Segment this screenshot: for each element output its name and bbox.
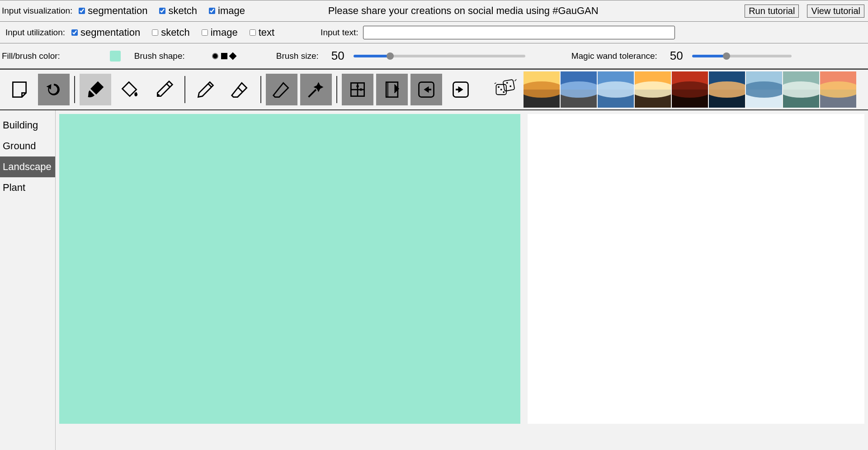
- magic-wand-tolerance-value: 50: [670, 49, 683, 63]
- magic-wand-tolerance-slider[interactable]: [692, 55, 792, 57]
- input-text-field[interactable]: [363, 26, 675, 39]
- brush-settings-row: Fill/brush color: Brush shape: Brush siz…: [0, 43, 868, 69]
- fill-tool[interactable]: [114, 74, 146, 105]
- svg-point-1: [356, 85, 359, 88]
- vis-sketch-option[interactable]: sketch: [157, 5, 197, 17]
- eraser-icon: [230, 80, 250, 99]
- util-segmentation-label: segmentation: [80, 27, 140, 38]
- undo-tool[interactable]: [38, 74, 70, 105]
- brush-tool[interactable]: [80, 74, 111, 105]
- style-thumb-6[interactable]: [709, 71, 745, 108]
- util-sketch-option[interactable]: sketch: [150, 27, 190, 38]
- smart-eraser-tool[interactable]: [266, 74, 297, 105]
- style-thumb-8[interactable]: [783, 71, 819, 108]
- style-thumb-1[interactable]: [524, 71, 560, 108]
- canvas-wrap: [56, 110, 524, 450]
- brush-shape-options: [212, 53, 236, 59]
- svg-point-2: [360, 88, 363, 91]
- eraser-tool[interactable]: [224, 74, 256, 105]
- arrow-right-box-icon: [451, 80, 471, 99]
- input-text-label: Input text:: [321, 28, 358, 38]
- vis-segmentation-checkbox[interactable]: [79, 8, 85, 14]
- vis-sketch-checkbox[interactable]: [159, 8, 165, 14]
- svg-point-17: [561, 81, 597, 98]
- style-thumb-2[interactable]: [561, 71, 597, 108]
- vis-image-label: image: [218, 5, 245, 17]
- dice-icon: [493, 77, 518, 102]
- magic-wand-tool[interactable]: [300, 74, 332, 105]
- svg-point-11: [509, 85, 511, 87]
- vis-image-option[interactable]: image: [207, 5, 245, 17]
- notebook-tool[interactable]: [376, 74, 408, 105]
- brush-size-label: Brush size:: [276, 51, 319, 61]
- util-image-checkbox[interactable]: [202, 29, 208, 36]
- bucket-icon: [120, 80, 140, 99]
- svg-rect-6: [503, 80, 514, 91]
- header-row-2: Input utilization: segmentation sketch i…: [0, 22, 868, 43]
- brush-shape-square[interactable]: [221, 53, 227, 59]
- drawing-canvas[interactable]: [59, 114, 520, 424]
- util-text-option[interactable]: text: [248, 27, 274, 38]
- svg-point-32: [746, 81, 782, 98]
- style-thumb-3[interactable]: [598, 71, 634, 108]
- util-text-checkbox[interactable]: [250, 29, 256, 36]
- vis-sketch-label: sketch: [168, 5, 197, 17]
- util-segmentation-checkbox[interactable]: [71, 29, 78, 36]
- util-text-label: text: [259, 27, 274, 38]
- arrow-left-box-icon: [416, 80, 436, 99]
- import-tool[interactable]: [410, 74, 442, 105]
- util-segmentation-option[interactable]: segmentation: [70, 27, 140, 38]
- util-image-option[interactable]: image: [200, 27, 238, 38]
- fill-color-swatch[interactable]: [110, 51, 121, 62]
- svg-point-20: [598, 81, 634, 98]
- svg-point-38: [820, 81, 856, 98]
- style-thumb-7[interactable]: [746, 71, 782, 108]
- note-tool[interactable]: [4, 74, 35, 105]
- sidebar-item-landscape[interactable]: Landscape: [0, 156, 55, 177]
- style-thumb-5[interactable]: [672, 71, 708, 108]
- tutorial-buttons: Run tutorial View tutorial: [745, 5, 866, 18]
- input-visualization-label: Input visualization:: [2, 6, 72, 16]
- toolbar-divider: [336, 76, 337, 103]
- vis-segmentation-option[interactable]: segmentation: [77, 5, 147, 17]
- pencil-tool[interactable]: [190, 74, 222, 105]
- brush-shape-label: Brush shape:: [134, 51, 185, 61]
- notebook-icon: [382, 80, 402, 99]
- input-utilization-label: Input utilization:: [5, 28, 65, 38]
- brush-shape-circle[interactable]: [212, 53, 218, 59]
- eyedropper-tool[interactable]: [148, 74, 180, 105]
- brush-icon: [85, 80, 105, 99]
- svg-point-35: [783, 81, 819, 98]
- eraser-alt-icon: [272, 80, 292, 99]
- brush-shape-diamond[interactable]: [229, 52, 236, 60]
- style-thumb-4[interactable]: [635, 71, 671, 108]
- toolbar-divider: [74, 76, 75, 103]
- util-image-label: image: [211, 27, 238, 38]
- sidebar-item-ground[interactable]: Ground: [0, 136, 55, 156]
- brush-size-value: 50: [331, 49, 344, 63]
- fill-color-label: Fill/brush color:: [2, 51, 60, 61]
- output-canvas: [528, 114, 864, 424]
- toolbar-divider: [260, 76, 261, 103]
- sidebar-item-building[interactable]: Building: [0, 115, 55, 136]
- magic-wand-tolerance-label: Magic wand tolerance:: [571, 51, 657, 61]
- style-thumb-9[interactable]: [820, 71, 856, 108]
- svg-point-10: [506, 82, 508, 84]
- export-tool[interactable]: [445, 74, 476, 105]
- svg-point-0: [157, 94, 160, 97]
- puzzle-tool[interactable]: [342, 74, 373, 105]
- util-sketch-checkbox[interactable]: [152, 29, 158, 36]
- share-message: Please share your creations on social me…: [328, 5, 599, 17]
- run-tutorial-button[interactable]: Run tutorial: [745, 5, 799, 18]
- view-tutorial-button[interactable]: View tutorial: [807, 5, 864, 18]
- toolbar: [0, 69, 868, 110]
- eyedropper-icon: [154, 80, 174, 99]
- vis-image-checkbox[interactable]: [209, 8, 215, 14]
- puzzle-icon: [348, 80, 368, 99]
- brush-size-slider[interactable]: [354, 55, 525, 57]
- note-icon: [9, 80, 29, 99]
- svg-point-23: [635, 81, 671, 98]
- svg-point-7: [498, 86, 500, 88]
- sidebar-item-plant[interactable]: Plant: [0, 177, 55, 198]
- random-dice-button[interactable]: [493, 76, 518, 103]
